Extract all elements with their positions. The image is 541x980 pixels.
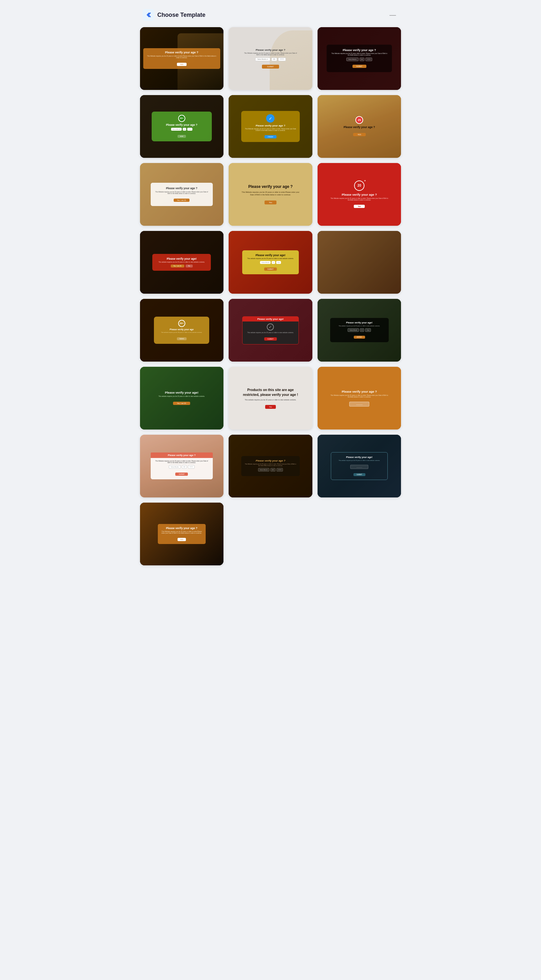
- card-6-yes-btn[interactable]: YES: [353, 133, 366, 136]
- header: Choose Template —: [140, 5, 401, 27]
- template-card-8[interactable]: Please verify your age ? This Website re…: [229, 163, 312, 226]
- minimize-button[interactable]: —: [387, 10, 399, 20]
- card-17-yes-btn[interactable]: Yes: [265, 405, 276, 409]
- template-card-11[interactable]: Please verify your age! This website req…: [229, 231, 312, 294]
- template-card-4[interactable]: 20+ Please verify your age ? Select Mont…: [140, 95, 224, 158]
- template-grid: Please verify your age ? This Website re…: [140, 27, 401, 565]
- card-3-submit-btn[interactable]: SUBMIT: [352, 65, 366, 68]
- template-card-9[interactable]: 20 + Please verify your age ? This Websi…: [318, 163, 401, 226]
- template-card-6[interactable]: 25 Please verify your age ? YES: [318, 95, 401, 158]
- header-left: Choose Template: [143, 9, 206, 21]
- template-card-21[interactable]: Please verify your age! This website req…: [318, 435, 401, 498]
- template-card-10[interactable]: Please verify your age! This website req…: [140, 231, 224, 294]
- card-16-yes-btn[interactable]: Yes, I am 20.: [173, 402, 190, 405]
- template-card-15[interactable]: Please verify your age! This website req…: [318, 299, 401, 361]
- page-title: Choose Template: [158, 12, 206, 18]
- card-7-yes-btn[interactable]: Yes, I am 20.: [173, 199, 189, 202]
- template-card-16[interactable]: Please verify your age! This website req…: [140, 367, 224, 430]
- template-card-7[interactable]: Please verify your age ? This Website re…: [140, 163, 224, 226]
- card-14-submit-btn[interactable]: SUBMIT: [264, 337, 277, 340]
- template-card-18[interactable]: Please verify your age ? This Website re…: [318, 367, 401, 430]
- template-card-1[interactable]: Please verify your age ? This Website re…: [140, 27, 224, 90]
- card-13-submit-btn[interactable]: Submit: [177, 337, 186, 340]
- card-2-submit-btn[interactable]: SUBMIT: [262, 65, 279, 68]
- card-15-enter-btn[interactable]: ENTER: [354, 336, 365, 339]
- template-card-12[interactable]: [318, 231, 401, 294]
- card-21-submit-btn[interactable]: SUBMIT: [353, 473, 365, 476]
- template-card-5[interactable]: ✓ Please verify your age ? This Website …: [229, 95, 312, 158]
- card-9-yes-btn[interactable]: Yes: [354, 205, 364, 208]
- card-1-yes-btn[interactable]: YES: [177, 63, 186, 66]
- template-card-3[interactable]: Please verify your age ? This Website re…: [318, 27, 401, 90]
- card-11-submit-btn[interactable]: SUBMIT: [264, 267, 277, 271]
- template-card-13[interactable]: 20+ Please verify your age The website r…: [140, 299, 224, 361]
- app-window: Choose Template — Please verify your age…: [135, 0, 406, 980]
- card-4-enter-btn[interactable]: enter: [178, 135, 186, 138]
- template-card-17[interactable]: Products on this site are age restricted…: [229, 367, 312, 430]
- card-22-yes-btn[interactable]: YES: [178, 538, 186, 541]
- card-8-yes-btn[interactable]: Yes: [264, 200, 277, 204]
- template-card-14[interactable]: Please verify your age! ✓ This website r…: [229, 299, 312, 361]
- card-10-yes-btn[interactable]: Yes, I am 20.: [171, 264, 184, 267]
- app-logo: [143, 9, 154, 21]
- template-card-19[interactable]: Please verify your age ? This Website re…: [140, 435, 224, 498]
- card-5-finish-btn[interactable]: FINISH: [264, 135, 276, 138]
- template-card-22[interactable]: Please verify your age ? This Website re…: [140, 503, 224, 565]
- card-19-submit-btn[interactable]: SUBMIT: [175, 473, 188, 476]
- card-10-no-btn[interactable]: No: [186, 264, 193, 267]
- template-card-20[interactable]: Please verify your age ? This Website re…: [229, 435, 312, 498]
- template-card-2[interactable]: Please verify your age ? This Website re…: [229, 27, 312, 90]
